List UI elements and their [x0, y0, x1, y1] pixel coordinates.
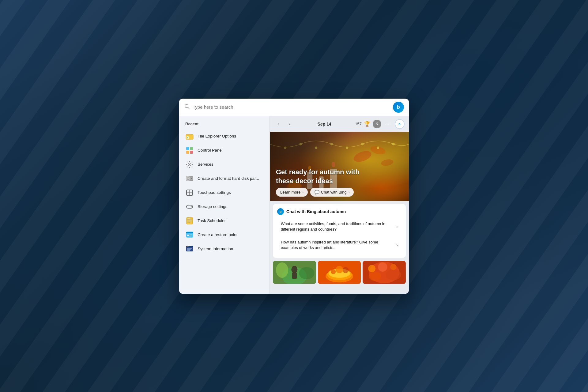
- user-avatar[interactable]: K: [373, 120, 381, 128]
- sidebar-item-disk-partition[interactable]: Create and format hard disk par...: [179, 172, 270, 186]
- services-label: Services: [198, 162, 213, 167]
- svg-point-44: [188, 246, 188, 247]
- svg-point-76: [291, 266, 297, 273]
- notification-area: 157 🏆 K ··· b: [355, 119, 405, 129]
- chat-arrow: ›: [348, 190, 349, 194]
- svg-rect-33: [187, 222, 190, 223]
- svg-rect-16: [187, 161, 188, 162]
- disk-partition-label: Create and format hard disk par...: [198, 176, 259, 181]
- hero-text: Get ready for autumn with these decor id…: [276, 168, 362, 185]
- svg-point-43: [187, 246, 187, 247]
- right-panel-scroll[interactable]: Get ready for autumn with these decor id…: [270, 132, 409, 294]
- svg-point-91: [378, 262, 387, 272]
- file-explorer-options-label: File Explorer Options: [198, 134, 236, 138]
- thumbnail-row: [270, 261, 409, 287]
- hero-actions: Learn more › 💬 Chat with Bing ›: [276, 188, 354, 197]
- svg-point-11: [189, 164, 190, 165]
- storage-icon: [185, 202, 194, 211]
- file-explorer-options-icon: [185, 132, 194, 141]
- svg-rect-18: [187, 166, 188, 167]
- svg-rect-15: [192, 164, 193, 165]
- sidebar-item-restore-point[interactable]: Create a restore point: [179, 228, 270, 242]
- right-topbar: ‹ › Sep 14 157 🏆 K ··· b: [270, 116, 409, 132]
- control-panel-icon: [185, 146, 194, 155]
- hero-image: Get ready for autumn with these decor id…: [270, 132, 409, 201]
- task-scheduler-icon: [185, 217, 194, 225]
- learn-more-button[interactable]: Learn more ›: [276, 188, 308, 197]
- sidebar-item-task-scheduler[interactable]: Task Scheduler: [179, 214, 270, 228]
- thumbnail-2[interactable]: [318, 261, 361, 284]
- sidebar-item-system-information[interactable]: System Information: [179, 242, 270, 256]
- learn-more-arrow: ›: [302, 190, 303, 194]
- svg-rect-46: [187, 248, 192, 249]
- svg-rect-77: [292, 273, 297, 279]
- bing-logo-icon: b: [397, 104, 400, 110]
- touchpad-icon: [185, 188, 194, 197]
- svg-rect-40: [190, 236, 191, 236]
- svg-rect-13: [189, 167, 190, 168]
- left-panel: Recent File Explorer Options: [179, 116, 270, 294]
- search-bar: b: [179, 99, 409, 116]
- svg-rect-7: [190, 147, 193, 150]
- svg-point-75: [299, 267, 314, 279]
- trophy-icon: 🏆: [364, 121, 370, 127]
- svg-rect-8: [186, 151, 189, 154]
- svg-point-45: [189, 246, 189, 247]
- chat-header: b Chat with Bing about autumn: [277, 208, 401, 215]
- bing-topbar-button[interactable]: b: [395, 119, 405, 129]
- svg-point-83: [342, 267, 349, 273]
- svg-rect-14: [186, 164, 187, 165]
- nav-next-button[interactable]: ›: [285, 120, 294, 128]
- svg-rect-39: [190, 235, 192, 235]
- chat-section: b Chat with Bing about autumn What are s…: [273, 204, 406, 258]
- touchpad-label: Touchpad settings: [198, 190, 231, 195]
- svg-rect-6: [186, 147, 189, 150]
- svg-rect-12: [189, 161, 190, 162]
- recent-label: Recent: [179, 122, 270, 129]
- chat-question-1[interactable]: What are some activities, foods, and tra…: [277, 218, 401, 235]
- sidebar-item-services[interactable]: Services: [179, 157, 270, 172]
- chat-with-bing-button[interactable]: 💬 Chat with Bing ›: [310, 188, 354, 197]
- notification-count: 157: [355, 122, 362, 126]
- svg-point-87: [369, 272, 381, 281]
- svg-point-82: [331, 269, 336, 274]
- bing-search-button[interactable]: b: [393, 102, 404, 113]
- svg-point-84: [336, 266, 343, 273]
- chat-question-1-text: What are some activities, foods, and tra…: [281, 221, 394, 232]
- chat-question-2[interactable]: How has autumn inspired art and literatu…: [277, 236, 401, 254]
- hero-title: Get ready for autumn with these decor id…: [276, 168, 362, 185]
- sidebar-item-touchpad[interactable]: Touchpad settings: [179, 186, 270, 200]
- nav-prev-button[interactable]: ‹: [274, 120, 283, 128]
- svg-rect-9: [190, 151, 193, 154]
- svg-rect-37: [186, 232, 193, 233]
- task-scheduler-label: Task Scheduler: [198, 218, 226, 223]
- svg-rect-47: [187, 249, 191, 250]
- svg-point-89: [368, 265, 375, 272]
- svg-rect-32: [187, 221, 192, 221]
- chat-question-2-text: How has autumn inspired art and literatu…: [281, 239, 394, 251]
- thumbnail-1[interactable]: [273, 261, 316, 284]
- search-popup: b Recent File Explorer Opti: [179, 99, 409, 294]
- disk-partition-icon: [185, 174, 194, 183]
- thumbnail-3[interactable]: [363, 261, 406, 284]
- chat-section-title: Chat with Bing about autumn: [286, 209, 346, 214]
- restore-point-label: Create a restore point: [198, 232, 238, 237]
- more-options-button[interactable]: ···: [384, 120, 392, 128]
- search-input[interactable]: [193, 104, 390, 110]
- restore-point-icon: [185, 231, 194, 239]
- control-panel-label: Control Panel: [198, 148, 223, 153]
- svg-text:b: b: [398, 122, 401, 126]
- sidebar-item-file-explorer-options[interactable]: File Explorer Options: [179, 129, 270, 143]
- svg-point-74: [276, 262, 288, 278]
- svg-rect-17: [191, 161, 193, 162]
- learn-more-label: Learn more: [280, 190, 300, 194]
- svg-point-24: [188, 178, 188, 179]
- svg-point-29: [191, 206, 192, 207]
- chevron-right-icon-1: ›: [396, 224, 398, 229]
- sidebar-item-storage[interactable]: Storage settings: [179, 200, 270, 214]
- storage-label: Storage settings: [198, 204, 228, 209]
- popup-body: Recent File Explorer Options: [179, 116, 409, 294]
- services-icon: [185, 160, 194, 169]
- sidebar-item-control-panel[interactable]: Control Panel: [179, 143, 270, 157]
- system-information-icon: [185, 245, 194, 253]
